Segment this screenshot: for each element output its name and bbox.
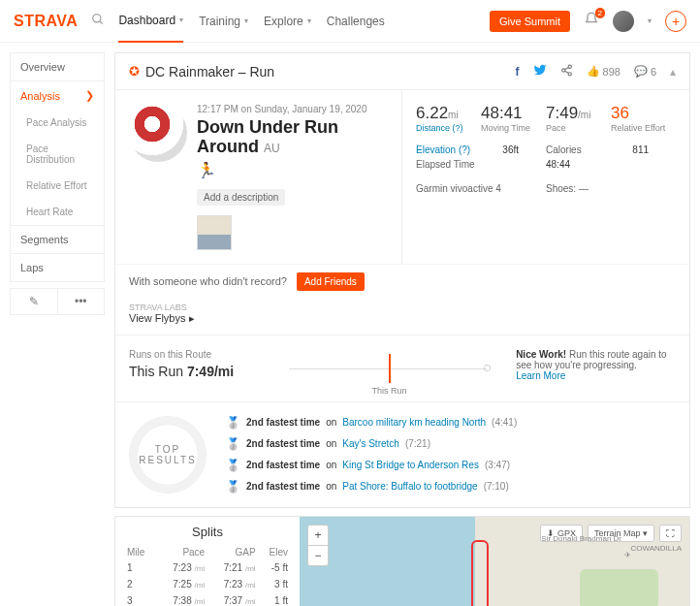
more-actions-button[interactable]: ••• [58,289,105,314]
segment-name-link[interactable]: Barcoo military km heading North [342,417,486,428]
zoom-in-button[interactable]: + [308,526,328,546]
segment-result-row: 🥈2nd fastest time on King St Bridge to A… [226,459,676,472]
nav-explore[interactable]: Explore▾ [264,0,311,43]
svg-point-2 [568,65,571,68]
split-mile: 1 [125,559,156,576]
segment-result-row: 🥈2nd fastest time on Kay's Stretch (7:21… [226,437,676,451]
medal-icon: 🥈 [226,416,240,430]
col-pace: Pace [156,545,207,559]
runner-icon: 🏃 [197,161,388,179]
give-summit-button[interactable]: Give Summit [490,11,570,32]
effort-label: Relative Effort [611,123,676,133]
sidebar-item-segments[interactable]: Segments [10,225,105,253]
share-icon[interactable] [560,64,573,80]
twitter-share-icon[interactable] [533,63,547,80]
split-pace: 7:38 /mi [156,592,207,606]
segment-prefix: 2nd fastest time [246,481,320,492]
segment-name-link[interactable]: King St Bridge to Anderson Res [342,460,479,470]
segment-on: on [326,438,336,449]
athlete-photo[interactable] [129,104,187,162]
add-description-button[interactable]: Add a description [197,189,285,206]
split-gap: 7:37 /mi [207,592,257,606]
segment-prefix: 2nd fastest time [246,460,320,470]
elapsed-value: 48:44 [546,159,611,170]
distance-value: 6.22 [416,104,448,122]
splits-panel: Splits Mile Pace GAP Elev 17:23 /mi7:21 … [115,517,300,606]
segment-time: (4:41) [492,417,517,428]
fullscreen-icon[interactable]: ⛶ [659,525,682,542]
user-avatar[interactable] [613,11,634,32]
brand-logo[interactable]: STRAVA [14,13,78,30]
segment-name-link[interactable]: Pat Shore: Buffalo to footbridge [342,481,477,492]
learn-more-link[interactable]: Learn More [516,370,565,381]
segment-time: (3:47) [485,460,510,470]
split-row[interactable]: 37:38 /mi7:37 /mi1 ft [125,592,290,606]
kudos-count[interactable]: 👍898 [587,65,620,78]
segment-name-link[interactable]: Kay's Stretch [342,438,399,449]
sidebar-item-pace-analysis[interactable]: Pace Analysis [10,110,105,136]
split-gap: 7:21 /mi [207,559,257,576]
top-bar: STRAVA Dashboard▾ Training▾ Explore▾ Cha… [0,0,700,43]
split-elev: 1 ft [258,592,290,606]
add-friends-button[interactable]: Add Friends [297,272,365,291]
airport-icon: ✈ [624,551,631,559]
add-friends-prompt: With someone who didn't record? [129,275,287,287]
segment-time: (7:21) [405,438,430,449]
sidebar-item-analysis[interactable]: Analysis❯ [10,80,105,110]
route-map[interactable]: + − ⬇ GPX Terrain Map ▾ ⛶ Sir Donald Bra… [300,517,689,606]
activity-sidebar: Overview Analysis❯ Pace Analysis Pace Di… [10,52,105,606]
nav-dashboard[interactable]: Dashboard▾ [118,0,183,43]
svg-point-4 [568,72,571,75]
top-results-badge: TOP RESULTS [129,416,207,494]
shoes-value: — [579,183,589,194]
chevron-down-icon: ▾ [179,16,183,24]
nav-explore-label: Explore [264,15,303,28]
chevron-down-icon[interactable]: ▾ [648,16,652,25]
pace-unit: /mi [578,110,590,120]
pace-label: Pace [546,123,611,133]
sidebar-item-laps[interactable]: Laps [10,253,105,282]
nav-challenges[interactable]: Challenges [327,0,385,43]
sidebar-item-pace-distribution[interactable]: Pace Distribution [10,136,105,173]
svg-line-5 [564,67,568,69]
collapse-icon[interactable]: ▴ [670,65,676,79]
activity-photo-thumb[interactable] [197,215,232,250]
chevron-down-icon: ▾ [244,16,248,25]
activity-datetime: 12:17 PM on Sunday, January 19, 2020 [197,104,388,114]
elevation-label[interactable]: Elevation (?) [416,144,502,155]
gps-route-line [471,540,489,606]
sidebar-item-heart-rate[interactable]: Heart Rate [10,199,105,225]
athlete-name[interactable]: DC Rainmaker – Run [145,64,274,80]
medal-icon: 🥈 [226,437,240,451]
medal-icon: 🥈 [226,459,240,472]
this-run-label: This Run [129,364,183,379]
segment-on: on [326,460,336,470]
split-elev: -5 ft [258,559,290,576]
notifications-icon[interactable]: 2 [584,12,599,30]
view-flybys-link[interactable]: View Flybys ▸ [129,312,195,324]
map-zoom-control: + − [307,525,329,566]
nav-training[interactable]: Training▾ [199,0,248,43]
sidebar-item-relative-effort[interactable]: Relative Effort [10,173,105,199]
add-activity-button[interactable]: + [665,11,686,32]
comments-value: 6 [651,66,656,78]
col-elev: Elev [258,545,290,559]
col-gap: GAP [207,545,257,559]
thumbs-up-icon: 👍 [587,65,600,78]
moving-time-label: Moving Time [481,123,546,133]
ellipsis-icon: ••• [75,295,87,308]
segment-prefix: 2nd fastest time [246,438,320,449]
split-row[interactable]: 17:23 /mi7:21 /mi-5 ft [125,559,290,576]
split-mile: 3 [125,592,156,606]
device-name: Garmin vivoactive 4 [416,183,546,194]
split-row[interactable]: 27:25 /mi7:23 /mi3 ft [125,576,290,592]
zoom-out-button[interactable]: − [308,546,328,565]
sidebar-item-overview[interactable]: Overview [10,52,105,80]
map-place-label: COWANDILLA [630,544,682,553]
activity-header: ✪ DC Rainmaker – Run f 👍898 💬6 ▴ [115,53,689,90]
edit-activity-button[interactable]: ✎ [11,289,58,314]
facebook-share-icon[interactable]: f [516,65,520,79]
comments-count[interactable]: 💬6 [634,65,656,78]
distance-label[interactable]: Distance (?) [416,123,481,133]
search-icon[interactable] [91,13,105,29]
